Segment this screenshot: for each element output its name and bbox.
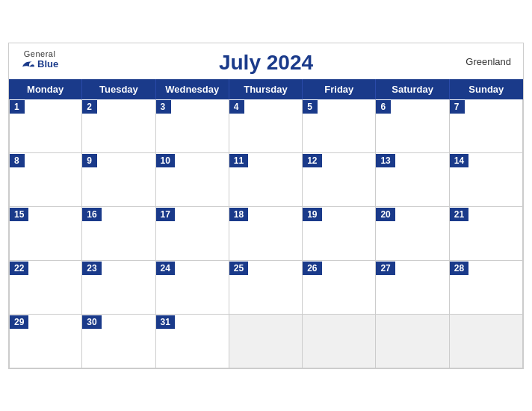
day-number: 13 — [376, 154, 395, 167]
calendar-title: July 2024 — [219, 51, 313, 75]
day-cell: 16 — [82, 207, 155, 261]
day-cell: 4 — [229, 99, 303, 153]
calendar-header: General Blue July 2024 Greenland — [9, 43, 523, 79]
day-number: 3 — [156, 100, 171, 114]
header-thursday: Thursday — [229, 79, 303, 99]
header-friday: Friday — [303, 79, 376, 99]
day-cell: 31 — [156, 315, 229, 368]
day-number: 31 — [156, 315, 175, 329]
day-cell: 26 — [303, 261, 376, 315]
day-number: 15 — [10, 208, 28, 221]
day-cell: 8 — [9, 153, 82, 207]
day-number: 26 — [303, 262, 321, 275]
day-cell: 6 — [376, 99, 449, 153]
day-number: 16 — [82, 208, 101, 221]
day-number: 7 — [450, 100, 465, 114]
day-number: 12 — [303, 154, 321, 167]
day-cell — [303, 315, 376, 368]
day-cell — [229, 315, 303, 368]
day-cell: 2 — [82, 99, 155, 153]
day-number: 22 — [10, 262, 28, 275]
header-wednesday: Wednesday — [156, 79, 229, 99]
day-number: 11 — [229, 154, 248, 167]
calendar-grid: 1234567891011121314151617181920212223242… — [9, 99, 523, 368]
day-cell: 5 — [303, 99, 376, 153]
day-number: 9 — [82, 154, 97, 167]
day-cell: 14 — [450, 153, 523, 207]
day-cell: 19 — [303, 207, 376, 261]
day-cell: 27 — [376, 261, 449, 315]
logo-general: General — [24, 49, 56, 58]
header-tuesday: Tuesday — [82, 79, 155, 99]
logo-area: General Blue — [21, 49, 58, 70]
day-cell: 17 — [156, 207, 229, 261]
day-number: 1 — [10, 100, 25, 114]
day-cell: 15 — [9, 207, 82, 261]
day-cell: 23 — [82, 261, 155, 315]
header-saturday: Saturday — [376, 79, 449, 99]
day-number: 21 — [450, 208, 468, 221]
day-number: 4 — [229, 100, 244, 114]
day-number: 25 — [229, 262, 248, 275]
header-sunday: Sunday — [450, 79, 523, 99]
day-number: 24 — [156, 262, 175, 275]
day-cell: 18 — [229, 207, 303, 261]
day-number: 27 — [376, 262, 395, 275]
day-cell — [376, 315, 449, 368]
day-cell: 30 — [82, 315, 155, 368]
day-headers: Monday Tuesday Wednesday Thursday Friday… — [9, 79, 523, 99]
day-number: 28 — [450, 262, 468, 275]
header-monday: Monday — [9, 79, 82, 99]
logo-blue: Blue — [21, 58, 58, 70]
day-cell: 22 — [9, 261, 82, 315]
day-number: 8 — [10, 154, 25, 167]
day-number: 23 — [82, 262, 101, 275]
day-number: 30 — [82, 315, 101, 329]
day-cell: 25 — [229, 261, 303, 315]
day-number: 20 — [376, 208, 395, 221]
region-label: Greenland — [466, 55, 511, 67]
day-number: 17 — [156, 208, 175, 221]
day-number: 14 — [450, 154, 468, 167]
day-cell: 9 — [82, 153, 155, 207]
day-cell: 7 — [450, 99, 523, 153]
day-number: 10 — [156, 154, 175, 167]
day-cell: 21 — [450, 207, 523, 261]
day-number: 18 — [229, 208, 248, 221]
day-cell: 3 — [156, 99, 229, 153]
calendar-container: General Blue July 2024 Greenland Monday … — [8, 43, 524, 369]
day-cell: 10 — [156, 153, 229, 207]
day-cell: 11 — [229, 153, 303, 207]
day-number: 29 — [10, 315, 28, 329]
logo-bird-icon — [21, 58, 36, 70]
day-cell: 13 — [376, 153, 449, 207]
day-cell: 20 — [376, 207, 449, 261]
day-cell: 29 — [9, 315, 82, 368]
day-cell: 24 — [156, 261, 229, 315]
day-number: 5 — [303, 100, 318, 114]
day-cell — [450, 315, 523, 368]
day-number: 2 — [82, 100, 97, 114]
day-number: 6 — [376, 100, 391, 114]
day-cell: 28 — [450, 261, 523, 315]
day-cell: 12 — [303, 153, 376, 207]
day-number: 19 — [303, 208, 321, 221]
day-cell: 1 — [9, 99, 82, 153]
